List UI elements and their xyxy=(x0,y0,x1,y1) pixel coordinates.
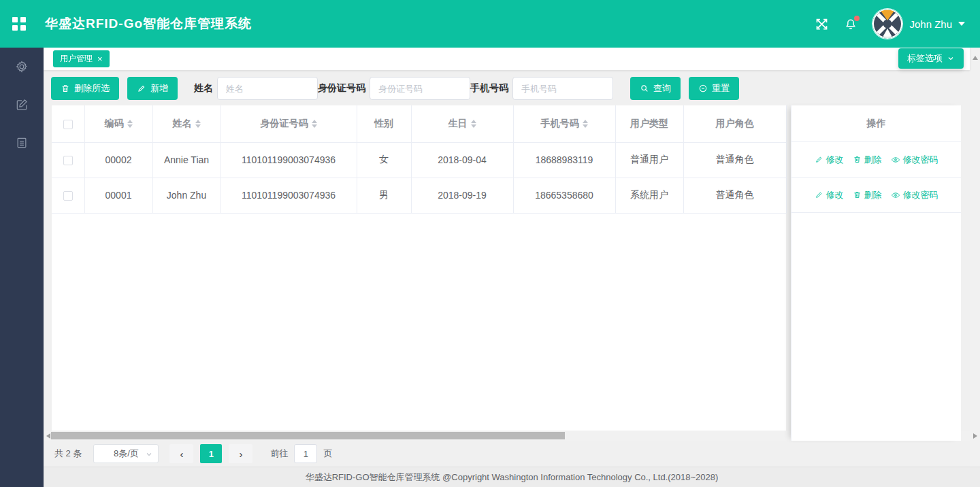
notification-badge xyxy=(854,16,860,21)
column-header-code[interactable]: 编码 xyxy=(84,105,152,142)
delete-link[interactable]: 删除 xyxy=(853,154,882,166)
search-icon xyxy=(640,84,649,93)
sidebar-item-edit[interactable] xyxy=(0,86,44,124)
search-label: 查询 xyxy=(653,82,671,95)
user-name[interactable]: John Zhu xyxy=(909,18,952,30)
delete-link[interactable]: 删除 xyxy=(853,189,882,201)
sidebar xyxy=(0,48,44,487)
row-checkbox[interactable] xyxy=(63,191,73,201)
cell-id-number: 110101199003074936 xyxy=(220,142,357,178)
delete-selected-button[interactable]: 删除所选 xyxy=(51,77,119,100)
cell-user-role: 普通角色 xyxy=(683,178,786,213)
row-operations: 修改 删除 修改密码 xyxy=(791,178,961,213)
sort-carets-icon[interactable] xyxy=(312,120,317,128)
sidebar-item-list[interactable] xyxy=(0,124,44,162)
cell-name: Annie Tian xyxy=(152,142,220,178)
document-list-icon xyxy=(15,136,29,150)
app-header: 华盛达RFID-Go智能仓库管理系统 John Zhu xyxy=(0,0,980,48)
column-header-user-type: 用户类型 xyxy=(615,105,683,142)
column-header-gender: 性别 xyxy=(357,105,411,142)
cell-name: John Zhu xyxy=(152,178,220,213)
user-table: 编码 姓名 身份证号码 性别 生日 手机号码 用户类型 用户角色 00002 xyxy=(52,105,961,442)
id-number-input[interactable] xyxy=(370,77,470,100)
eye-icon xyxy=(891,190,900,200)
cell-user-type: 普通用户 xyxy=(615,142,683,178)
reset-label: 重置 xyxy=(712,82,730,95)
fullscreen-icon[interactable] xyxy=(815,17,829,31)
sort-carets-icon[interactable] xyxy=(195,120,201,128)
delete-selected-label: 删除所选 xyxy=(74,82,110,95)
sidebar-item-settings[interactable] xyxy=(0,48,44,86)
current-page-button[interactable]: 1 xyxy=(200,444,222,463)
table-row[interactable]: 00001 John Zhu 110101199003074936 男 2018… xyxy=(52,178,786,213)
scroll-right-arrow-icon[interactable] xyxy=(973,433,977,439)
name-field-label: 姓名 xyxy=(194,82,213,95)
edit-link[interactable]: 修改 xyxy=(815,154,844,166)
prev-page-button[interactable]: ‹ xyxy=(169,444,193,463)
apps-grid-icon[interactable] xyxy=(12,17,26,31)
column-header-birthday[interactable]: 生日 xyxy=(411,105,513,142)
sort-carets-icon[interactable] xyxy=(471,120,476,128)
change-password-link[interactable]: 修改密码 xyxy=(891,154,938,166)
add-button[interactable]: 新增 xyxy=(127,77,178,100)
avatar[interactable] xyxy=(872,9,902,39)
column-header-name[interactable]: 姓名 xyxy=(152,105,220,142)
tab-label: 用户管理 xyxy=(60,53,93,65)
table-row[interactable]: 00002 Annie Tian 110101199003074936 女 20… xyxy=(52,142,786,178)
add-label: 新增 xyxy=(150,82,168,95)
phone-input[interactable] xyxy=(512,77,613,100)
cell-birthday: 2018-09-04 xyxy=(411,142,513,178)
name-input[interactable] xyxy=(217,77,318,100)
goto-page-input[interactable] xyxy=(294,444,317,463)
page-size-value: 8条/页 xyxy=(114,448,139,460)
cell-phone: 18665358680 xyxy=(513,178,615,213)
column-header-user-role: 用户角色 xyxy=(683,105,786,142)
edit-square-icon xyxy=(15,98,29,112)
trash-icon xyxy=(61,84,70,93)
goto-unit: 页 xyxy=(323,448,332,460)
column-header-id-number[interactable]: 身份证号码 xyxy=(220,105,357,142)
pen-icon xyxy=(137,84,146,93)
circle-minus-icon xyxy=(698,84,708,93)
scroll-left-arrow-icon[interactable] xyxy=(46,433,50,439)
sort-carets-icon[interactable] xyxy=(127,120,133,128)
tag-options-button[interactable]: 标签选项 xyxy=(898,48,964,69)
search-button[interactable]: 查询 xyxy=(630,77,681,100)
pen-icon xyxy=(815,190,823,199)
reset-button[interactable]: 重置 xyxy=(689,77,739,100)
operations-fixed-column: 操作 修改 删除 修改密码 修改 删除 修改密码 xyxy=(791,105,961,441)
app-title: 华盛达RFID-Go智能仓库管理系统 xyxy=(45,15,252,33)
tab-user-management[interactable]: 用户管理 × xyxy=(53,50,110,67)
gear-icon xyxy=(15,60,29,73)
id-number-field-label: 身份证号码 xyxy=(318,82,365,95)
sort-carets-icon[interactable] xyxy=(583,120,588,128)
trash-icon xyxy=(853,155,862,164)
page-size-select[interactable]: 8条/页 xyxy=(93,444,159,463)
chevron-down-icon xyxy=(145,450,153,458)
toolbar: 删除所选 新增 姓名 身份证号码 手机号码 查询 重置 xyxy=(51,77,739,100)
cell-code: 00002 xyxy=(84,142,152,178)
edit-link[interactable]: 修改 xyxy=(815,189,844,201)
cell-id-number: 110101199003074936 xyxy=(220,178,357,213)
vertical-scrollbar[interactable] xyxy=(970,48,980,487)
copyright-text: 华盛达RFID-GO智能仓库管理系统 @Copyright Washington… xyxy=(306,472,719,482)
cell-gender: 男 xyxy=(357,178,411,213)
notification-bell-icon[interactable] xyxy=(844,17,858,31)
cell-code: 00001 xyxy=(84,178,152,213)
column-header-phone[interactable]: 手机号码 xyxy=(513,105,615,142)
tab-close-icon[interactable]: × xyxy=(97,54,103,63)
select-all-checkbox[interactable] xyxy=(63,120,73,129)
user-menu-caret-icon[interactable] xyxy=(958,22,965,26)
scroll-up-arrow-icon[interactable] xyxy=(973,56,978,60)
row-checkbox[interactable] xyxy=(63,156,73,165)
user-table-main: 编码 姓名 身份证号码 性别 生日 手机号码 用户类型 用户角色 00002 xyxy=(52,105,786,431)
next-page-button[interactable]: › xyxy=(229,444,252,463)
cell-user-type: 系统用户 xyxy=(615,178,683,213)
header-actions: John Zhu xyxy=(815,9,980,39)
pagination: 共 2 条 8条/页 ‹ 1 › 前往 页 xyxy=(54,441,332,467)
trash-icon xyxy=(853,190,862,199)
cell-user-role: 普通角色 xyxy=(683,142,786,178)
change-password-link[interactable]: 修改密码 xyxy=(891,189,938,201)
eye-icon xyxy=(891,155,900,165)
copyright-footer: 华盛达RFID-GO智能仓库管理系统 @Copyright Washington… xyxy=(44,467,980,487)
